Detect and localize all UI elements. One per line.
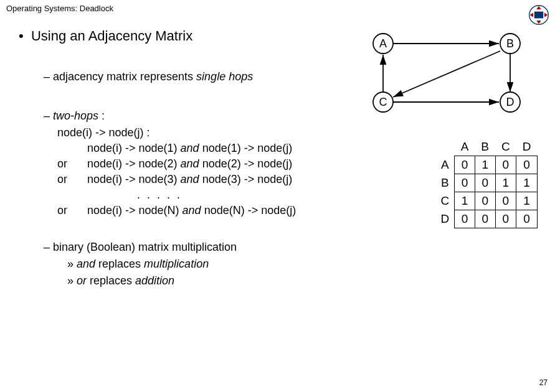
matrix-row-header: C <box>434 192 454 210</box>
adjacency-matrix: ABCDA0100B0011C1001D0000 <box>434 138 538 228</box>
matrix-cell: 0 <box>495 192 516 210</box>
hop-intro: node(i) -> node(j) : <box>0 126 555 139</box>
graph-diagram: A B C D <box>356 26 543 117</box>
matrix-cell: 1 <box>516 174 538 192</box>
matrix-cell: 0 <box>475 192 495 210</box>
node-a: A <box>379 37 387 50</box>
matrix-cell: 0 <box>455 210 475 228</box>
matrix-cell: 0 <box>455 174 475 192</box>
matrix-col-header: A <box>455 138 475 156</box>
matrix-cell: 1 <box>455 192 475 210</box>
matrix-row-header: D <box>434 210 454 228</box>
node-c: C <box>379 96 387 108</box>
svg-line-8 <box>393 51 500 97</box>
matrix-cell: 0 <box>455 156 475 174</box>
matrix-cell: 1 <box>516 192 538 210</box>
university-crest-icon <box>528 4 550 26</box>
matrix-col-header: C <box>495 138 516 156</box>
matrix-cell: 0 <box>475 210 495 228</box>
matrix-row-header: A <box>434 156 454 174</box>
matrix-row-header: B <box>434 174 454 192</box>
matrix-cell: 0 <box>516 156 538 174</box>
matrix-col-header: B <box>475 138 495 156</box>
svg-rect-1 <box>534 12 543 19</box>
arrow-and: » and replaces multiplication <box>0 258 555 271</box>
slide-header: Operating Systems: Deadlock <box>0 0 555 17</box>
matrix-cell: 0 <box>516 210 538 228</box>
dash-boolean: – binary (Boolean) matrix multiplication <box>0 241 555 254</box>
page-number: 27 <box>539 378 548 387</box>
arrow-or: » or replaces addition <box>0 274 555 287</box>
matrix-cell: 0 <box>495 156 516 174</box>
matrix-cell: 0 <box>475 174 495 192</box>
matrix-cell: 1 <box>475 156 495 174</box>
node-d: D <box>506 96 515 108</box>
matrix-cell: 0 <box>495 210 516 228</box>
matrix-col-header: D <box>516 138 538 156</box>
svg-marker-4 <box>530 12 533 17</box>
svg-marker-3 <box>536 21 541 24</box>
matrix-cell: 1 <box>495 174 516 192</box>
svg-marker-5 <box>544 12 548 17</box>
node-b: B <box>506 37 514 50</box>
svg-marker-2 <box>536 6 541 9</box>
